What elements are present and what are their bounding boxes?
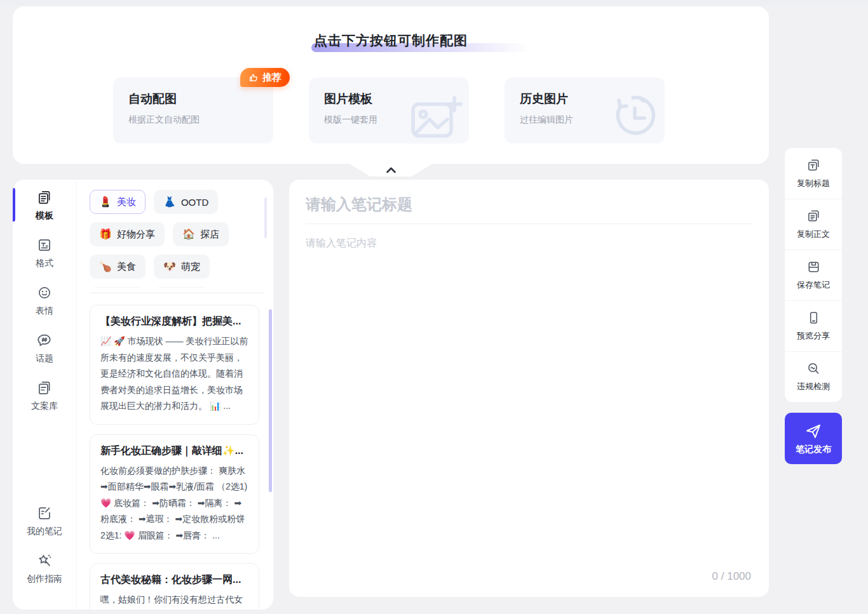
template-list-area: 💄 美妆 👗 OOTD 🎁 好物分享 🏠 探店 🍗 美食 (76, 180, 273, 610)
note-editor: 0 / 1000 (289, 180, 769, 597)
image-maker-banner: 点击下方按钮可制作配图 推荐 自动配图 根据正文自动配图 图片模板 模版一键套用 (13, 6, 769, 164)
save-note-button[interactable]: 保存笔记 (785, 250, 842, 300)
image-template-card[interactable]: 图片模板 模版一键套用 (309, 77, 469, 143)
my-notes-icon (36, 505, 53, 521)
sidebar-item-my-notes[interactable]: 我的笔记 (13, 505, 76, 537)
copy-title-icon (806, 158, 821, 173)
copy-body-button[interactable]: 复制正文 (785, 199, 842, 250)
right-toolbar: 复制标题 复制正文 保存笔记 预览分享 违规检测 (785, 148, 842, 402)
card-subtitle: 模版一键套用 (324, 114, 454, 126)
template-card[interactable]: 新手化妆正确步骤｜敲详细✨... 化妆前必须要做的护肤步骤： 爽肤水➡面部精华➡… (90, 434, 259, 554)
window-top-strip (0, 0, 868, 5)
scan-check-icon (806, 361, 821, 376)
category-chip-pets[interactable]: 🐶 萌宠 (154, 255, 210, 279)
copy-body-icon (806, 209, 821, 224)
card-title: 图片模板 (324, 91, 454, 107)
templates-scrollbar[interactable] (269, 309, 272, 492)
gift-emoji: 🎁 (99, 229, 112, 239)
card-subtitle: 过往编辑图片 (520, 114, 649, 126)
auto-image-card[interactable]: 推荐 自动配图 根据正文自动配图 (113, 77, 273, 143)
lipstick-emoji: 💄 (99, 197, 112, 207)
format-icon (36, 237, 53, 253)
emoji-icon (36, 284, 53, 301)
char-counter: 0 / 1000 (712, 570, 751, 583)
template-card[interactable]: 古代美妆秘籍：化妆步骤一网... 嘿，姑娘们！你们有没有想过古代女子是怎么化妆的… (90, 563, 259, 610)
publish-note-button[interactable]: 笔记发布 (785, 413, 842, 464)
nav-spacer (13, 427, 76, 505)
left-panel: 模板 格式 表情 话题 (13, 180, 273, 610)
sidebar-item-templates[interactable]: 模板 (13, 189, 76, 222)
preview-share-button[interactable]: 预览分享 (785, 300, 842, 351)
card-title: 历史图片 (520, 91, 649, 107)
copy-title-button[interactable]: 复制标题 (785, 148, 842, 199)
sidebar-item-emoji[interactable]: 表情 (13, 284, 76, 317)
sidebar-item-format[interactable]: 格式 (13, 237, 76, 269)
smartphone-icon (806, 310, 821, 325)
dog-emoji: 🐶 (163, 262, 176, 272)
banner-title: 点击下方按钮可制作配图 (314, 32, 468, 50)
hashtag-bubble-icon (36, 332, 53, 349)
side-nav: 模板 格式 表情 话题 (13, 180, 76, 610)
template-card[interactable]: 【美妆行业深度解析】把握美... 📈 🚀 市场现状 —— 美妆行业正以前所未有的… (90, 305, 259, 425)
paper-plane-icon (804, 422, 822, 440)
category-chip-ootd[interactable]: 👗 OOTD (154, 190, 218, 214)
history-images-card[interactable]: 历史图片 过往编辑图片 (505, 77, 665, 143)
copy-library-icon (36, 380, 53, 396)
chips-scrollbar[interactable] (264, 197, 267, 238)
template-icon (36, 189, 53, 206)
magic-star-icon (36, 552, 53, 569)
template-cards-list: 【美妆行业深度解析】把握美... 📈 🚀 市场现状 —— 美妆行业正以前所未有的… (90, 293, 273, 610)
note-title-input[interactable] (306, 196, 752, 213)
note-content-input[interactable] (306, 237, 752, 542)
category-chip-daily[interactable]: 📅 日常 (90, 287, 146, 288)
save-icon (806, 260, 821, 274)
category-chip-store-visit[interactable]: 🏠 探店 (173, 222, 229, 246)
category-chip-partial[interactable] (154, 287, 210, 288)
sidebar-item-creation-guide[interactable]: 创作指南 (13, 552, 76, 585)
category-chips: 💄 美妆 👗 OOTD 🎁 好物分享 🏠 探店 🍗 美食 (90, 190, 273, 288)
sidebar-item-topics[interactable]: 话题 (13, 332, 76, 364)
thumbs-up-icon (248, 72, 259, 83)
category-chip-beauty[interactable]: 💄 美妆 (90, 190, 146, 214)
house-emoji: 🏠 (182, 229, 195, 239)
card-subtitle: 根据正文自动配图 (128, 114, 258, 126)
recommend-badge: 推荐 (240, 68, 290, 87)
category-chip-food[interactable]: 🍗 美食 (90, 255, 146, 279)
category-chip-goods-share[interactable]: 🎁 好物分享 (90, 222, 165, 246)
active-tab-indicator (13, 188, 15, 222)
chicken-leg-emoji: 🍗 (99, 262, 112, 272)
card-title: 自动配图 (128, 91, 258, 107)
sidebar-item-copy-library[interactable]: 文案库 (13, 380, 76, 412)
editor-divider (306, 224, 752, 224)
dress-emoji: 👗 (163, 197, 176, 207)
violation-check-button[interactable]: 违规检测 (785, 351, 842, 402)
chevron-up-icon (386, 167, 397, 173)
collapse-banner-tab[interactable] (348, 163, 433, 177)
